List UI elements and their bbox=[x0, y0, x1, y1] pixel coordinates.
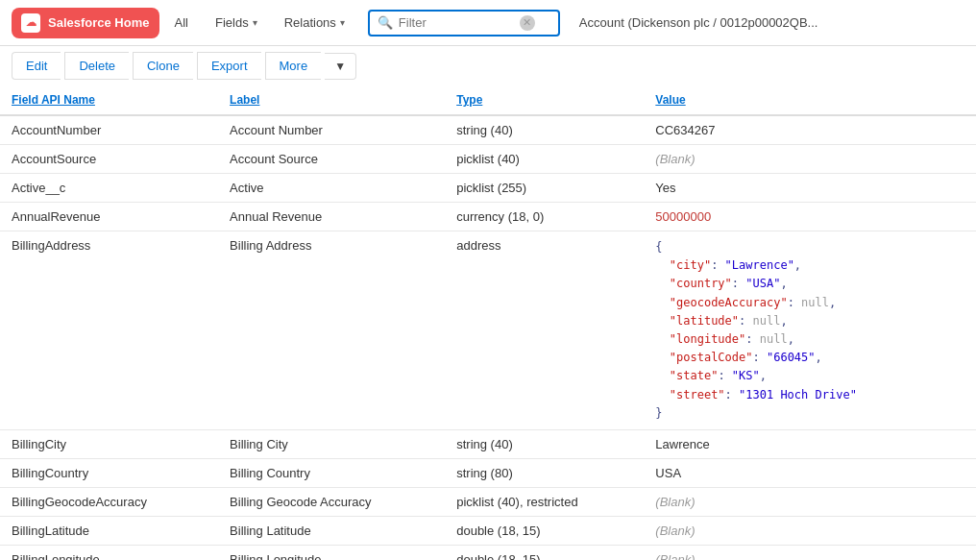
cell-value: { "city": "Lawrence", "country": "USA", … bbox=[644, 231, 953, 430]
cell-label: Billing City bbox=[218, 429, 445, 458]
currency-value: 50000000 bbox=[655, 209, 711, 224]
salesforce-icon: ☁ bbox=[21, 13, 40, 33]
nav-relations[interactable]: Relations ▾ bbox=[273, 10, 356, 36]
row-spacer bbox=[953, 203, 976, 231]
row-spacer bbox=[953, 174, 976, 203]
cell-field-api-name: BillingLongitude bbox=[0, 545, 218, 560]
cell-value: 50000000▾ bbox=[644, 203, 953, 231]
row-spacer bbox=[953, 516, 976, 545]
more-dropdown-button[interactable]: ▼ bbox=[325, 53, 356, 80]
cell-value: CC634267▾ bbox=[644, 115, 953, 145]
cell-field-api-name: Active__c bbox=[0, 174, 218, 203]
table-row: AccountSourceAccount Sourcepicklist (40)… bbox=[0, 145, 976, 174]
data-table-container: Field API Name Label Type Value AccountN… bbox=[0, 85, 976, 560]
cell-label: Billing Geocode Accuracy bbox=[218, 487, 445, 516]
top-navigation-bar: ☁ Salesforce Home All Fields ▾ Relations… bbox=[0, 0, 976, 46]
cell-label: Annual Revenue bbox=[218, 203, 445, 231]
edit-button[interactable]: Edit bbox=[12, 52, 61, 80]
cell-value: Yes▾ bbox=[644, 174, 953, 203]
col-header-spacer bbox=[953, 85, 976, 115]
cell-value: USA▾ bbox=[644, 458, 953, 487]
col-header-type[interactable]: Type bbox=[445, 85, 644, 115]
cell-value: Lawrence▾ bbox=[644, 429, 953, 458]
cell-field-api-name: AccountSource bbox=[0, 145, 218, 174]
table-row: BillingCountryBilling Countrystring (80)… bbox=[0, 458, 976, 487]
cell-field-api-name: BillingAddress bbox=[0, 231, 218, 430]
cell-type: currency (18, 0) bbox=[445, 203, 644, 231]
row-spacer bbox=[953, 429, 976, 458]
cell-label: Account Source bbox=[218, 145, 445, 174]
blank-value: (Blank) bbox=[655, 152, 695, 166]
cell-type: string (80) bbox=[445, 458, 644, 487]
table-row: AccountNumberAccount Numberstring (40)CC… bbox=[0, 115, 976, 145]
row-spacer bbox=[953, 145, 976, 174]
cell-value: (Blank)▾ bbox=[644, 545, 953, 560]
cell-value: (Blank)▾ bbox=[644, 487, 953, 516]
delete-button[interactable]: Delete bbox=[64, 52, 129, 80]
row-spacer bbox=[953, 458, 976, 487]
cell-field-api-name: BillingLatitude bbox=[0, 516, 218, 545]
table-row: Active__cActivepicklist (255)Yes▾ bbox=[0, 174, 976, 203]
cell-type: string (40) bbox=[445, 115, 644, 145]
nav-fields-label: Fields bbox=[215, 15, 249, 30]
cell-type: picklist (40) bbox=[445, 145, 644, 174]
account-title: Account (Dickenson plc / 0012p00002QB... bbox=[579, 15, 818, 30]
col-header-value[interactable]: Value bbox=[644, 85, 953, 115]
row-spacer bbox=[953, 487, 976, 516]
cell-value: (Blank)▾ bbox=[644, 145, 953, 174]
cell-field-api-name: AnnualRevenue bbox=[0, 203, 218, 231]
cell-type: string (40) bbox=[445, 429, 644, 458]
cell-label: Active bbox=[218, 174, 445, 203]
fields-table: Field API Name Label Type Value AccountN… bbox=[0, 85, 976, 560]
fields-chevron-icon: ▾ bbox=[253, 17, 257, 28]
app-logo[interactable]: ☁ Salesforce Home bbox=[12, 8, 159, 38]
row-spacer bbox=[953, 545, 976, 560]
cell-type: picklist (40), restricted bbox=[445, 487, 644, 516]
table-row: BillingCityBilling Citystring (40)Lawren… bbox=[0, 429, 976, 458]
col-header-field-api-name[interactable]: Field API Name bbox=[0, 85, 218, 115]
nav-fields[interactable]: Fields ▾ bbox=[204, 10, 269, 36]
row-spacer bbox=[953, 231, 976, 430]
nav-relations-label: Relations bbox=[284, 15, 336, 30]
blank-value: (Blank) bbox=[655, 523, 695, 538]
cell-value: (Blank)▾ bbox=[644, 516, 953, 545]
table-row: BillingLatitudeBilling Latitudedouble (1… bbox=[0, 516, 976, 545]
clone-button[interactable]: Clone bbox=[133, 52, 193, 80]
cell-field-api-name: BillingGeocodeAccuracy bbox=[0, 487, 218, 516]
nav-all[interactable]: All bbox=[163, 10, 200, 36]
cell-label: Billing Latitude bbox=[218, 516, 445, 545]
cell-label: Account Number bbox=[218, 115, 445, 145]
export-button[interactable]: Export bbox=[197, 52, 261, 80]
cell-label: Billing Country bbox=[218, 458, 445, 487]
table-row: BillingGeocodeAccuracyBilling Geocode Ac… bbox=[0, 487, 976, 516]
cell-field-api-name: AccountNumber bbox=[0, 115, 218, 145]
row-spacer bbox=[953, 115, 976, 145]
cell-field-api-name: BillingCountry bbox=[0, 458, 218, 487]
nav-all-label: All bbox=[175, 15, 188, 30]
cell-type: double (18, 15) bbox=[445, 516, 644, 545]
col-header-label[interactable]: Label bbox=[218, 85, 445, 115]
table-row: AnnualRevenueAnnual Revenuecurrency (18,… bbox=[0, 203, 976, 231]
toolbar: Edit Delete Clone Export More ▼ bbox=[0, 46, 976, 85]
blank-value: (Blank) bbox=[655, 552, 695, 560]
address-json: { "city": "Lawrence", "country": "USA", … bbox=[655, 238, 941, 423]
cell-field-api-name: BillingCity bbox=[0, 429, 218, 458]
cell-type: double (18, 15) bbox=[445, 545, 644, 560]
filter-clear-button[interactable]: ✕ bbox=[520, 15, 535, 31]
cell-label: Billing Address bbox=[218, 231, 445, 430]
filter-search-box[interactable]: 🔍 ✕ bbox=[368, 10, 560, 37]
table-header-row: Field API Name Label Type Value bbox=[0, 85, 976, 115]
app-title: Salesforce Home bbox=[48, 15, 150, 30]
blank-value: (Blank) bbox=[655, 495, 695, 509]
cell-label: Billing Longitude bbox=[218, 545, 445, 560]
table-row: BillingLongitudeBilling Longitudedouble … bbox=[0, 545, 976, 560]
relations-chevron-icon: ▾ bbox=[340, 17, 345, 28]
cell-type: address bbox=[445, 231, 644, 430]
filter-input[interactable] bbox=[399, 15, 514, 30]
search-icon: 🔍 bbox=[378, 15, 393, 30]
table-row: BillingAddressBilling Addressaddress{ "c… bbox=[0, 231, 976, 430]
more-button[interactable]: More bbox=[265, 52, 322, 80]
cell-type: picklist (255) bbox=[445, 174, 644, 203]
